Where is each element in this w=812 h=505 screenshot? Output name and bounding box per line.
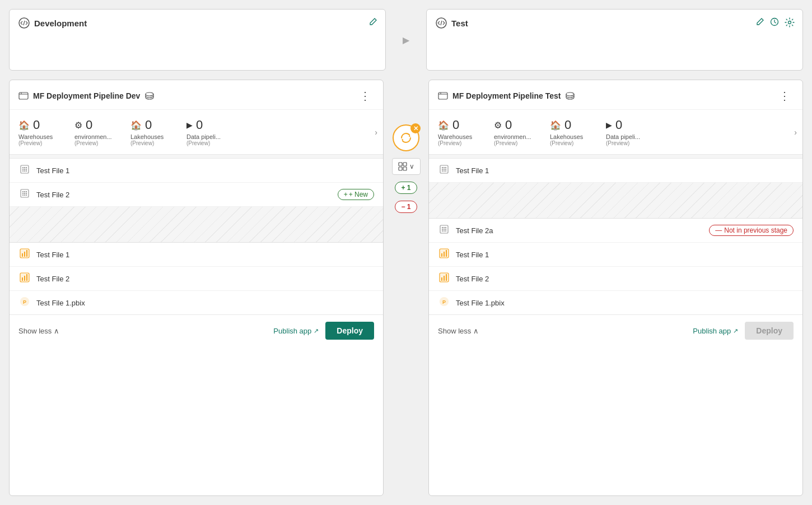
test-show-less-label: Show less	[438, 327, 471, 335]
svg-point-5	[146, 92, 153, 96]
dev-hatched-area	[10, 207, 383, 243]
dev-warehouse-sublabel: (Preview)	[18, 140, 42, 146]
test-file-item-chart1: Test File 1	[429, 243, 802, 267]
dev-warehouse-icon: 🏠	[18, 120, 30, 131]
test-file2a-name: Test File 2a	[456, 226, 703, 235]
dev-stat-warehouses: 🏠 0 Warehouses (Preview)	[18, 118, 74, 146]
compare-button[interactable]: ∨	[392, 158, 421, 175]
dev-show-less-button[interactable]: Show less ∧	[18, 327, 59, 335]
dev-stat-pipelines: ▶ 0 Data pipeli... (Preview)	[186, 118, 242, 146]
test-lake-count: 0	[564, 118, 571, 132]
test-file-list: Test File 1 Test File 2a — Not in previo…	[429, 159, 802, 314]
test-panel-title-text: MF Deployment Pipeline Test	[452, 91, 561, 100]
dev-env-label: environmen...	[74, 133, 112, 140]
test-publish-external-icon: ↗	[733, 327, 738, 335]
compare-chevron-icon: ∨	[409, 163, 414, 170]
test-warehouse-icon: 🏠	[438, 120, 449, 131]
svg-rect-12	[26, 250, 27, 257]
svg-rect-35	[441, 277, 442, 281]
test-file-item-chart2: Test File 2	[429, 267, 802, 291]
dev-stats-arrow[interactable]: ›	[375, 128, 377, 137]
svg-rect-23	[403, 167, 407, 170]
dev-warehouse-label: Warehouses	[18, 133, 53, 140]
dev-file-item-1: Test File 1	[10, 159, 383, 183]
test-file-item-2a: Test File 2a — Not in previous stage	[429, 219, 802, 243]
test-file2a-not-prev-badge: — Not in previous stage	[709, 225, 794, 236]
test-file-item-1: Test File 1	[429, 159, 802, 183]
dev-chart1-name: Test File 1	[36, 251, 374, 259]
test-separator	[429, 154, 802, 159]
dev-panel-title: MF Deployment Pipeline Dev	[18, 91, 155, 100]
dev-panel-menu-button[interactable]: ⋮	[356, 88, 374, 104]
test-history-icon[interactable]	[770, 17, 779, 26]
svg-point-3	[788, 21, 791, 24]
test-lake-label: Lakehouses	[550, 133, 583, 140]
test-panel-menu-button[interactable]: ⋮	[776, 88, 794, 104]
main-panels-row: MF Deployment Pipeline Dev ⋮ 🏠 0 Warehou…	[9, 80, 803, 496]
test-panel-header: MF Deployment Pipeline Test ⋮	[429, 80, 802, 110]
test-stats-arrow[interactable]: ›	[794, 128, 797, 137]
middle-connector: ✕ ∨ + 1 − 1	[384, 80, 428, 496]
dev-file2-badge-plus: +	[344, 191, 348, 198]
dev-publish-label: Publish app	[273, 327, 311, 335]
dev-pipeline-icon	[18, 92, 29, 100]
development-title: Development	[18, 17, 376, 29]
svg-rect-20	[399, 163, 402, 166]
dev-file2-new-badge: + + New	[338, 189, 374, 200]
test-publish-link[interactable]: Publish app ↗	[693, 327, 738, 335]
dev-file-list: Test File 1 Test File 2 + + New	[10, 159, 383, 314]
test-edit-icon[interactable]	[755, 17, 764, 26]
svg-rect-31	[444, 252, 445, 257]
test-file2a-badge-dash: —	[715, 226, 722, 234]
dev-stat-lakehouses: 🏠 0 Lakehouses (Preview)	[130, 118, 186, 146]
dev-file-item-chart1: Test File 1	[10, 243, 383, 267]
test-footer-right: Publish app ↗ Deploy	[693, 322, 794, 340]
test-show-less-button[interactable]: Show less ∧	[438, 327, 479, 335]
dev-deploy-button[interactable]: Deploy	[325, 322, 374, 340]
svg-text:P: P	[23, 299, 26, 305]
test-settings-icon[interactable]	[785, 17, 795, 27]
svg-rect-24	[438, 92, 447, 99]
dev-env-icon: ⚙	[74, 120, 82, 131]
test-icon	[436, 17, 447, 29]
dev-stat-environments: ⚙ 0 environmen... (Preview)	[74, 118, 130, 146]
dev-lake-icon: 🏠	[130, 120, 142, 131]
dev-chart1-icon	[18, 248, 31, 261]
dev-file2-icon	[18, 188, 31, 201]
dev-file-item-2: Test File 2 + + New	[10, 183, 383, 207]
sync-button[interactable]: ✕	[393, 124, 419, 151]
test-file2a-icon	[438, 224, 450, 237]
edit-icon	[368, 17, 377, 26]
test-edit-buttons[interactable]	[755, 17, 795, 27]
dev-file-item-pbix: P Test File 1.pbix	[10, 291, 383, 314]
sync-cancel-icon[interactable]: ✕	[410, 123, 421, 133]
development-stage-title: Development	[34, 18, 87, 28]
dev-env-sublabel: (Preview)	[74, 140, 98, 146]
dev-file-item-chart2: Test File 2	[10, 267, 383, 291]
dev-deploy-label: Deploy	[337, 326, 363, 335]
dev-edit-button[interactable]	[368, 17, 377, 26]
test-file1-name: Test File 1	[456, 166, 794, 175]
dev-publish-link[interactable]: Publish app ↗	[273, 327, 319, 335]
test-panel-title: MF Deployment Pipeline Test	[438, 91, 575, 100]
dev-icon	[18, 17, 30, 29]
test-stats-row: 🏠 0 Warehouses (Preview) ⚙ 0 environmen.…	[429, 110, 802, 154]
test-pipe-label: Data pipeli...	[606, 133, 640, 140]
test-stage-card: Test	[426, 9, 803, 71]
dev-panel-db-icon	[144, 92, 155, 100]
sync-icon	[399, 131, 413, 145]
dev-panel-header: MF Deployment Pipeline Dev ⋮	[10, 80, 383, 110]
dev-pipe-icon: ▶	[186, 121, 193, 129]
test-env-icon: ⚙	[494, 120, 502, 131]
test-warehouse-sublabel: (Preview)	[438, 140, 461, 146]
test-title: Test	[436, 17, 794, 29]
svg-rect-37	[446, 274, 447, 281]
svg-rect-21	[403, 163, 407, 166]
test-warehouse-label: Warehouses	[438, 133, 472, 140]
test-chart1-icon	[438, 248, 450, 261]
diff-added-badge: + 1	[395, 182, 417, 194]
compare-icon	[398, 162, 407, 171]
test-panel-footer: Show less ∧ Publish app ↗ Deploy	[429, 314, 802, 346]
test-stat-pipelines: ▶ 0 Data pipeli... (Preview)	[606, 118, 662, 146]
dev-warehouse-count: 0	[33, 118, 40, 132]
